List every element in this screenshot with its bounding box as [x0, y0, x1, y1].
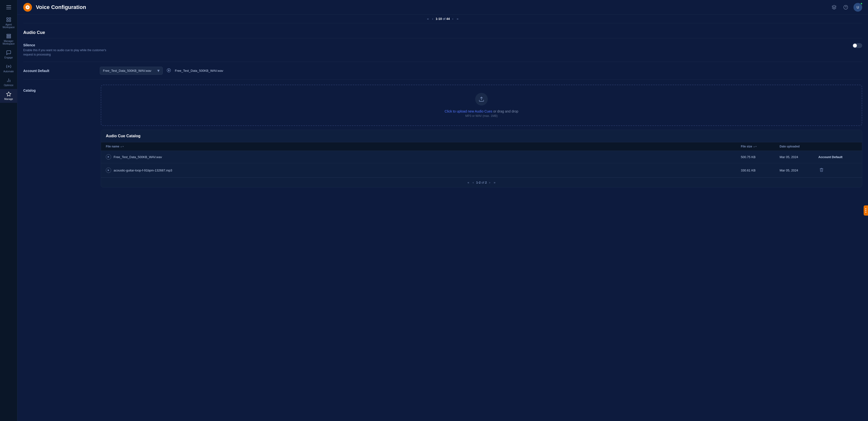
sidebar-label-engage: Engage	[4, 56, 12, 59]
catalog-label: Catalog	[23, 85, 96, 92]
svg-rect-1	[9, 18, 10, 19]
sidebar: Agent Workspace Manager Workspace Engage…	[0, 0, 18, 421]
svg-marker-18	[108, 169, 109, 171]
upload-link[interactable]: Click to upload new Audio Cues	[445, 109, 492, 113]
table-column-headers: File name ▲▼ File size ▲▼ Date uploaded	[101, 142, 862, 151]
table-prev-page-button[interactable]: ‹	[472, 180, 475, 185]
filename-sort-icon[interactable]: ▲▼	[120, 145, 124, 148]
pagination-info: 1-10 of 44	[436, 17, 450, 21]
silence-label-area: Silence Enable this if you want no audio…	[23, 43, 115, 57]
account-default-control: Free_Test_Data_500KB_WAV.wavacoustic-gui…	[100, 67, 862, 75]
col-date-uploaded: Date uploaded	[780, 145, 818, 148]
table-last-page-button[interactable]: »	[493, 180, 496, 185]
prev-page-button[interactable]: ‹	[431, 17, 434, 21]
row2-filename-cell: acoustic-guitar-loop-f-91bpm-132687.mp3	[106, 168, 741, 173]
layers-icon-button[interactable]	[830, 3, 838, 11]
filesize-sort-icon[interactable]: ▲▼	[753, 145, 757, 148]
row2-date-cell: Mar 05, 2024	[780, 169, 818, 172]
upload-subtext: MP3 or WAV (max. 1MB)	[109, 114, 854, 118]
col-actions	[818, 145, 857, 148]
table-first-page-button[interactable]: «	[466, 180, 470, 185]
svg-rect-4	[6, 34, 11, 35]
row1-account-default-badge: Account Default	[818, 155, 843, 159]
upload-text: Click to upload new Audio Cues or drag a…	[109, 109, 854, 113]
first-page-button[interactable]: «	[426, 17, 430, 21]
sidebar-label-agent-workspace: Agent Workspace	[1, 23, 17, 29]
pagination-controls: « ‹ 1-10 of 44 › »	[426, 17, 459, 21]
sidebar-label-optimize: Optimize	[4, 84, 13, 87]
row1-date: Mar 05, 2024	[780, 155, 798, 159]
catalog-content: Click to upload new Audio Cues or drag a…	[101, 85, 862, 188]
table-row: Free_Test_Data_500KB_WAV.wav 500.75 KB M…	[101, 151, 862, 163]
row1-filesize-cell: 500.75 KB	[741, 155, 780, 159]
row1-filename: Free_Test_Data_500KB_WAV.wav	[114, 155, 162, 159]
sidebar-label-automate: Automate	[3, 70, 14, 73]
silence-description: Enable this if you want no audio cue to …	[23, 48, 115, 57]
user-initials: U	[857, 5, 859, 9]
sidebar-item-engage[interactable]: Engage	[0, 48, 18, 61]
user-avatar[interactable]: U	[854, 3, 862, 12]
row2-delete-button[interactable]	[818, 167, 825, 174]
top-pagination: « ‹ 1-10 of 44 › »	[23, 15, 862, 23]
preview-filename: Free_Test_Data_500KB_WAV.wav	[175, 69, 223, 73]
row1-filename-cell: Free_Test_Data_500KB_WAV.wav	[106, 154, 741, 160]
row2-actions-cell	[818, 167, 857, 174]
sidebar-item-manager-workspace[interactable]: Manager Workspace	[0, 31, 18, 48]
header-actions: U	[830, 3, 862, 12]
catalog-table-title: Audio Cue Catalog	[101, 130, 862, 142]
svg-marker-17	[108, 156, 109, 158]
audio-cue-section: Audio Cue Silence Enable this if you wan…	[23, 25, 862, 192]
sidebar-item-optimize[interactable]: Optimize	[0, 75, 18, 89]
svg-rect-2	[6, 20, 8, 22]
row2-play-button[interactable]	[106, 168, 111, 173]
catalog-row: Catalog Click to upload new Audio	[23, 80, 862, 192]
row2-filename: acoustic-guitar-loop-f-91bpm-132687.mp3	[114, 169, 172, 172]
content-area: « ‹ 1-10 of 44 › » Audio Cue Silence Ena…	[18, 15, 868, 421]
account-default-row: Account Default Free_Test_Data_500KB_WAV…	[23, 62, 862, 80]
row2-date: Mar 05, 2024	[780, 169, 798, 172]
svg-marker-15	[168, 69, 170, 71]
help-icon-button[interactable]	[842, 3, 849, 11]
app-logo	[23, 3, 32, 12]
svg-rect-5	[6, 36, 11, 37]
table-next-page-button[interactable]: ›	[488, 180, 491, 185]
row2-filesize-cell: 330.61 KB	[741, 169, 780, 172]
silence-label: Silence	[23, 43, 115, 47]
next-page-button[interactable]: ›	[451, 17, 454, 21]
hamburger-button[interactable]	[4, 3, 13, 12]
silence-control	[119, 43, 862, 48]
account-default-select[interactable]: Free_Test_Data_500KB_WAV.wavacoustic-gui…	[100, 67, 163, 75]
upload-zone[interactable]: Click to upload new Audio Cues or drag a…	[101, 85, 862, 126]
col-filesize: File size ▲▼	[741, 145, 780, 148]
sidebar-label-manager-workspace: Manager Workspace	[1, 40, 17, 45]
row1-date-cell: Mar 05, 2024	[780, 155, 818, 159]
table-pagination-info: 1-2 of 2	[476, 181, 487, 184]
sidebar-item-manage[interactable]: Manage	[0, 89, 18, 103]
last-page-button[interactable]: »	[456, 17, 459, 21]
sidebar-item-agent-workspace[interactable]: Agent Workspace	[0, 15, 18, 31]
silence-toggle[interactable]	[852, 43, 862, 48]
account-default-label: Account Default	[23, 69, 96, 73]
table-pagination: « ‹ 1-2 of 2 › »	[101, 177, 862, 187]
sidebar-label-manage: Manage	[4, 98, 13, 101]
row2-filesize: 330.61 KB	[741, 169, 755, 172]
page-title: Voice Configuration	[36, 4, 86, 10]
audio-cue-catalog-table: Audio Cue Catalog File name ▲▼ File size…	[101, 130, 862, 188]
col-filename: File name ▲▼	[106, 145, 741, 148]
silence-row: Silence Enable this if you want no audio…	[23, 38, 862, 62]
row1-filesize: 500.75 KB	[741, 155, 755, 159]
feedback-tab[interactable]	[864, 205, 868, 216]
svg-rect-0	[6, 18, 8, 19]
svg-point-7	[8, 66, 9, 67]
svg-marker-11	[832, 5, 836, 7]
table-row: acoustic-guitar-loop-f-91bpm-132687.mp3 …	[101, 163, 862, 177]
svg-rect-3	[9, 20, 10, 22]
header: Voice Configuration U	[18, 0, 868, 15]
row1-play-button[interactable]	[106, 154, 111, 160]
svg-point-12	[844, 5, 848, 9]
sidebar-item-automate[interactable]: Automate	[0, 61, 18, 75]
audio-cue-title: Audio Cue	[23, 25, 862, 38]
row1-actions-cell: Account Default	[818, 155, 857, 159]
preview-play-icon[interactable]	[166, 68, 171, 74]
svg-rect-6	[6, 37, 11, 38]
